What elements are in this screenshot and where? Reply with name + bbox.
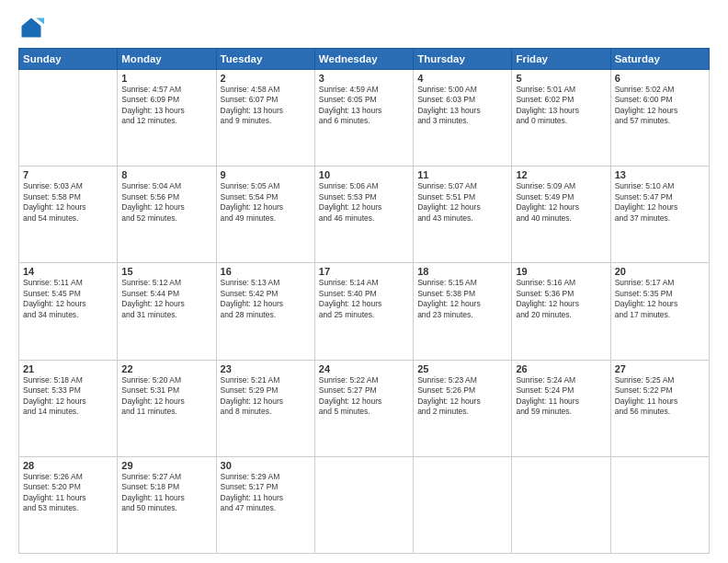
day-info: Sunrise: 5:14 AM Sunset: 5:40 PM Dayligh… <box>319 278 409 320</box>
day-number: 4 <box>417 73 507 84</box>
calendar-cell <box>414 456 512 553</box>
calendar-cell: 13Sunrise: 5:10 AM Sunset: 5:47 PM Dayli… <box>610 167 709 263</box>
day-number: 7 <box>23 169 113 180</box>
day-number: 20 <box>615 266 705 277</box>
calendar-cell: 21Sunrise: 5:18 AM Sunset: 5:33 PM Dayli… <box>19 360 118 456</box>
calendar-cell: 2Sunrise: 4:58 AM Sunset: 6:07 PM Daylig… <box>216 70 314 167</box>
day-info: Sunrise: 5:29 AM Sunset: 5:17 PM Dayligh… <box>221 472 311 514</box>
week-row-4: 21Sunrise: 5:18 AM Sunset: 5:33 PM Dayli… <box>19 360 710 456</box>
day-number: 26 <box>516 363 606 374</box>
day-number: 10 <box>319 169 409 180</box>
day-number: 8 <box>121 169 211 180</box>
calendar-cell: 5Sunrise: 5:01 AM Sunset: 6:02 PM Daylig… <box>512 70 610 167</box>
weekday-header-row: SundayMondayTuesdayWednesdayThursdayFrid… <box>19 49 710 70</box>
calendar-cell: 3Sunrise: 4:59 AM Sunset: 6:05 PM Daylig… <box>314 70 413 167</box>
day-number: 21 <box>23 363 113 374</box>
weekday-header-wednesday: Wednesday <box>314 49 413 70</box>
day-info: Sunrise: 5:13 AM Sunset: 5:42 PM Dayligh… <box>221 278 311 320</box>
day-number: 5 <box>516 73 606 84</box>
calendar-cell: 1Sunrise: 4:57 AM Sunset: 6:09 PM Daylig… <box>118 70 216 167</box>
day-number: 30 <box>221 460 311 471</box>
weekday-header-thursday: Thursday <box>414 49 512 70</box>
day-number: 2 <box>221 73 311 84</box>
calendar-cell <box>610 456 709 553</box>
calendar-cell: 29Sunrise: 5:27 AM Sunset: 5:18 PM Dayli… <box>118 456 216 553</box>
calendar-cell: 10Sunrise: 5:06 AM Sunset: 5:53 PM Dayli… <box>314 167 413 263</box>
day-number: 23 <box>221 363 311 374</box>
day-number: 29 <box>121 460 211 471</box>
day-number: 6 <box>615 73 705 84</box>
day-number: 27 <box>615 363 705 374</box>
day-number: 17 <box>319 266 409 277</box>
day-info: Sunrise: 5:11 AM Sunset: 5:45 PM Dayligh… <box>23 278 113 320</box>
day-info: Sunrise: 5:03 AM Sunset: 5:58 PM Dayligh… <box>23 181 113 224</box>
calendar-cell: 16Sunrise: 5:13 AM Sunset: 5:42 PM Dayli… <box>216 263 314 360</box>
calendar-cell: 15Sunrise: 5:12 AM Sunset: 5:44 PM Dayli… <box>118 263 216 360</box>
calendar-cell: 6Sunrise: 5:02 AM Sunset: 6:00 PM Daylig… <box>610 70 709 167</box>
day-number: 3 <box>319 73 409 84</box>
day-number: 19 <box>516 266 606 277</box>
calendar-cell: 14Sunrise: 5:11 AM Sunset: 5:45 PM Dayli… <box>19 263 118 360</box>
calendar-cell: 25Sunrise: 5:23 AM Sunset: 5:26 PM Dayli… <box>414 360 512 456</box>
day-info: Sunrise: 5:21 AM Sunset: 5:29 PM Dayligh… <box>221 375 311 418</box>
day-info: Sunrise: 5:27 AM Sunset: 5:18 PM Dayligh… <box>121 472 211 514</box>
calendar-cell: 27Sunrise: 5:25 AM Sunset: 5:22 PM Dayli… <box>610 360 709 456</box>
day-info: Sunrise: 4:57 AM Sunset: 6:09 PM Dayligh… <box>121 85 211 127</box>
day-info: Sunrise: 5:02 AM Sunset: 6:00 PM Dayligh… <box>615 85 705 127</box>
day-number: 12 <box>516 169 606 180</box>
day-number: 11 <box>417 169 507 180</box>
page: SundayMondayTuesdayWednesdayThursdayFrid… <box>0 0 728 563</box>
calendar-table: SundayMondayTuesdayWednesdayThursdayFrid… <box>18 48 710 554</box>
day-info: Sunrise: 5:17 AM Sunset: 5:35 PM Dayligh… <box>615 278 705 320</box>
day-info: Sunrise: 5:04 AM Sunset: 5:56 PM Dayligh… <box>121 181 211 224</box>
week-row-5: 28Sunrise: 5:26 AM Sunset: 5:20 PM Dayli… <box>19 456 710 553</box>
logo-icon <box>18 15 44 40</box>
day-info: Sunrise: 5:15 AM Sunset: 5:38 PM Dayligh… <box>417 278 507 320</box>
day-number: 15 <box>121 266 211 277</box>
calendar-cell: 28Sunrise: 5:26 AM Sunset: 5:20 PM Dayli… <box>19 456 118 553</box>
calendar-cell: 7Sunrise: 5:03 AM Sunset: 5:58 PM Daylig… <box>19 167 118 263</box>
day-number: 18 <box>417 266 507 277</box>
day-number: 24 <box>319 363 409 374</box>
calendar-cell: 22Sunrise: 5:20 AM Sunset: 5:31 PM Dayli… <box>118 360 216 456</box>
day-info: Sunrise: 5:05 AM Sunset: 5:54 PM Dayligh… <box>221 181 311 224</box>
calendar-cell: 23Sunrise: 5:21 AM Sunset: 5:29 PM Dayli… <box>216 360 314 456</box>
day-info: Sunrise: 5:18 AM Sunset: 5:33 PM Dayligh… <box>23 375 113 418</box>
day-info: Sunrise: 5:16 AM Sunset: 5:36 PM Dayligh… <box>516 278 606 320</box>
day-number: 14 <box>23 266 113 277</box>
day-info: Sunrise: 5:01 AM Sunset: 6:02 PM Dayligh… <box>516 85 606 127</box>
calendar-cell <box>314 456 413 553</box>
weekday-header-tuesday: Tuesday <box>216 49 314 70</box>
calendar-cell: 30Sunrise: 5:29 AM Sunset: 5:17 PM Dayli… <box>216 456 314 553</box>
calendar-cell: 17Sunrise: 5:14 AM Sunset: 5:40 PM Dayli… <box>314 263 413 360</box>
day-info: Sunrise: 5:20 AM Sunset: 5:31 PM Dayligh… <box>121 375 211 418</box>
day-info: Sunrise: 5:26 AM Sunset: 5:20 PM Dayligh… <box>23 472 113 514</box>
calendar-cell: 24Sunrise: 5:22 AM Sunset: 5:27 PM Dayli… <box>314 360 413 456</box>
day-number: 9 <box>221 169 311 180</box>
header <box>18 15 710 40</box>
day-info: Sunrise: 5:00 AM Sunset: 6:03 PM Dayligh… <box>417 85 507 127</box>
weekday-header-friday: Friday <box>512 49 610 70</box>
calendar-cell: 9Sunrise: 5:05 AM Sunset: 5:54 PM Daylig… <box>216 167 314 263</box>
day-number: 1 <box>121 73 211 84</box>
weekday-header-sunday: Sunday <box>19 49 118 70</box>
week-row-2: 7Sunrise: 5:03 AM Sunset: 5:58 PM Daylig… <box>19 167 710 263</box>
day-number: 25 <box>417 363 507 374</box>
calendar-cell: 4Sunrise: 5:00 AM Sunset: 6:03 PM Daylig… <box>414 70 512 167</box>
calendar-cell: 11Sunrise: 5:07 AM Sunset: 5:51 PM Dayli… <box>414 167 512 263</box>
day-info: Sunrise: 5:22 AM Sunset: 5:27 PM Dayligh… <box>319 375 409 418</box>
day-info: Sunrise: 5:25 AM Sunset: 5:22 PM Dayligh… <box>615 375 705 418</box>
calendar-cell: 19Sunrise: 5:16 AM Sunset: 5:36 PM Dayli… <box>512 263 610 360</box>
day-info: Sunrise: 4:58 AM Sunset: 6:07 PM Dayligh… <box>221 85 311 127</box>
day-info: Sunrise: 5:23 AM Sunset: 5:26 PM Dayligh… <box>417 375 507 418</box>
svg-marker-0 <box>22 18 41 38</box>
logo <box>18 15 48 40</box>
day-info: Sunrise: 5:09 AM Sunset: 5:49 PM Dayligh… <box>516 181 606 224</box>
day-info: Sunrise: 5:06 AM Sunset: 5:53 PM Dayligh… <box>319 181 409 224</box>
day-info: Sunrise: 5:10 AM Sunset: 5:47 PM Dayligh… <box>615 181 705 224</box>
week-row-3: 14Sunrise: 5:11 AM Sunset: 5:45 PM Dayli… <box>19 263 710 360</box>
day-number: 16 <box>221 266 311 277</box>
day-info: Sunrise: 4:59 AM Sunset: 6:05 PM Dayligh… <box>319 85 409 127</box>
day-number: 28 <box>23 460 113 471</box>
day-info: Sunrise: 5:24 AM Sunset: 5:24 PM Dayligh… <box>516 375 606 418</box>
